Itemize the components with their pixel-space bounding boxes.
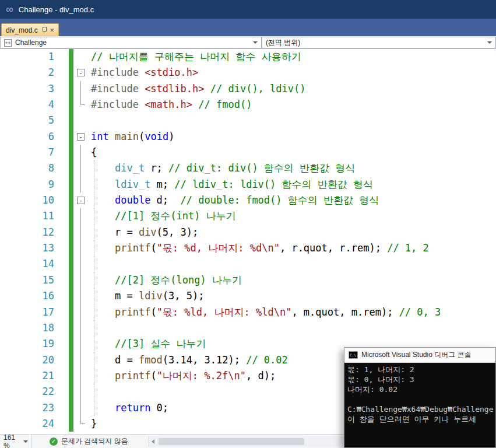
pin-icon[interactable] [41, 27, 47, 34]
project-dropdown[interactable]: ++ Challenge [0, 37, 262, 48]
code-text[interactable]: r = div(5, 3); [86, 225, 496, 240]
line-number[interactable]: 11 [0, 208, 54, 224]
indent-guide [94, 368, 94, 384]
code-text[interactable] [86, 320, 496, 336]
close-icon[interactable]: × [50, 27, 54, 34]
tab-div-mod-c[interactable]: div_mod.c × [1, 23, 59, 36]
fold-toggle-icon[interactable]: - [77, 197, 85, 204]
line-number[interactable]: 8 [0, 160, 54, 176]
code-token: m = [91, 290, 139, 302]
console-line: 나머지: 0.02 [347, 384, 493, 394]
code-text[interactable] [86, 113, 496, 128]
indent-guide [94, 384, 94, 400]
code-line: 15 //[2] 정수(long) 나누기 [0, 272, 496, 288]
code-text[interactable]: // 나머지를 구해주는 나머지 함수 사용하기 [86, 49, 496, 65]
code-text[interactable]: int main(void) [86, 129, 496, 145]
line-number[interactable]: 17 [0, 304, 54, 320]
line-number[interactable]: 24 [0, 416, 54, 432]
line-number[interactable]: 15 [0, 272, 54, 288]
console-line [347, 394, 493, 404]
code-token [91, 162, 115, 174]
line-number[interactable]: 12 [0, 225, 54, 240]
indent-guide [94, 320, 94, 336]
code-token [91, 306, 115, 318]
code-token: } [91, 418, 97, 429]
code-text[interactable]: printf("몫: %d, 나머지: %d\n", r.quot, r.rem… [86, 240, 496, 256]
scroll-left-arrow-icon[interactable] [152, 439, 154, 444]
code-token: div [139, 226, 157, 238]
line-number[interactable]: 20 [0, 352, 54, 368]
line-number[interactable]: 14 [0, 256, 54, 272]
fold-toggle-icon[interactable]: - [77, 69, 85, 76]
code-line: 6-int main(void) [0, 129, 496, 145]
code-text[interactable]: printf("몫: %ld, 나머지: %ld\n", m.quot, m.r… [86, 304, 496, 320]
line-number[interactable]: 2 [0, 65, 54, 80]
line-number[interactable]: 1 [0, 49, 54, 65]
indent-guide [94, 192, 94, 208]
code-token: #include [91, 66, 145, 78]
code-text[interactable]: #include <stdio.h> [86, 65, 496, 80]
code-token: //[1] 정수(int) 나누기 [115, 210, 236, 222]
code-token: <math.h> [145, 99, 192, 110]
line-number[interactable]: 5 [0, 113, 54, 128]
outline-margin [76, 177, 86, 192]
outline-margin [76, 416, 86, 432]
outline-margin [76, 240, 86, 256]
fold-toggle-icon[interactable]: - [77, 133, 85, 141]
code-text[interactable]: ldiv_t m; // ldiv_t: ldiv() 함수의 반환값 형식 [86, 177, 496, 192]
code-text[interactable]: div_t r; // div_t: div() 함수의 반환값 형식 [86, 160, 496, 176]
navigation-bar: ++ Challenge (전역 범위) [0, 36, 496, 49]
code-token: ( [150, 306, 156, 318]
code-text[interactable]: m = ldiv(3, 5); [86, 288, 496, 304]
indent-guide [94, 400, 94, 416]
change-tracking-bar [69, 65, 73, 80]
outline-margin [76, 113, 86, 128]
change-tracking-bar [69, 192, 73, 208]
outline-margin [76, 368, 86, 384]
line-number[interactable]: 10 [0, 192, 54, 208]
line-number[interactable]: 23 [0, 400, 54, 416]
code-text[interactable] [86, 256, 496, 272]
code-token: r; [145, 162, 168, 174]
code-text[interactable]: //[1] 정수(int) 나누기 [86, 208, 496, 224]
code-token: // div_t: div() 함수의 반환값 형식 [168, 162, 355, 174]
line-number[interactable]: 3 [0, 81, 54, 97]
outline-margin: - [76, 192, 86, 208]
outline-margin: - [76, 65, 86, 80]
code-token: d; [150, 194, 180, 206]
code-line: 2-#include <stdio.h> [0, 65, 496, 80]
code-line: 12 r = div(5, 3); [0, 225, 496, 240]
line-number[interactable]: 19 [0, 336, 54, 352]
line-number[interactable]: 22 [0, 384, 54, 400]
code-token: r = [91, 226, 139, 238]
code-token: // 1, 2 [387, 242, 429, 254]
line-number[interactable]: 18 [0, 320, 54, 336]
code-token: ( [150, 242, 156, 254]
scrollbar-thumb[interactable] [159, 438, 304, 445]
line-number[interactable]: 4 [0, 97, 54, 113]
console-body[interactable]: 몫: 1, 나머지: 2몫: 0, 나머지: 3나머지: 0.02C:₩Chal… [344, 363, 495, 447]
line-number[interactable]: 6 [0, 129, 54, 145]
code-text[interactable]: #include <stdlib.h> // div(), ldiv() [86, 81, 496, 97]
code-text[interactable]: { [86, 145, 496, 160]
outline-margin [76, 225, 86, 240]
code-text[interactable]: #include <math.h> // fmod() [86, 97, 496, 113]
console-title-bar[interactable]: Microsoft Visual Studio 디버그 콘솔 [344, 348, 495, 363]
line-number[interactable]: 13 [0, 240, 54, 256]
line-number[interactable]: 7 [0, 145, 54, 160]
code-text[interactable]: double d; // double: fmod() 함수의 반환값 형식 [86, 192, 496, 208]
scope-dropdown[interactable]: (전역 범위) [262, 37, 496, 48]
code-line: 16 m = ldiv(3, 5); [0, 288, 496, 304]
zoom-dropdown[interactable]: 161 % [0, 435, 32, 448]
code-text[interactable]: //[2] 정수(long) 나누기 [86, 272, 496, 288]
code-token: ( [150, 370, 156, 382]
line-number[interactable]: 9 [0, 177, 54, 192]
code-line: 1// 나머지를 구해주는 나머지 함수 사용하기 [0, 49, 496, 65]
indent-guide [94, 272, 94, 288]
code-token [192, 99, 198, 110]
line-number[interactable]: 21 [0, 368, 54, 384]
outline-margin [76, 208, 86, 224]
code-token: void [145, 131, 168, 142]
line-number[interactable]: 16 [0, 288, 54, 304]
code-token: double [115, 194, 150, 206]
